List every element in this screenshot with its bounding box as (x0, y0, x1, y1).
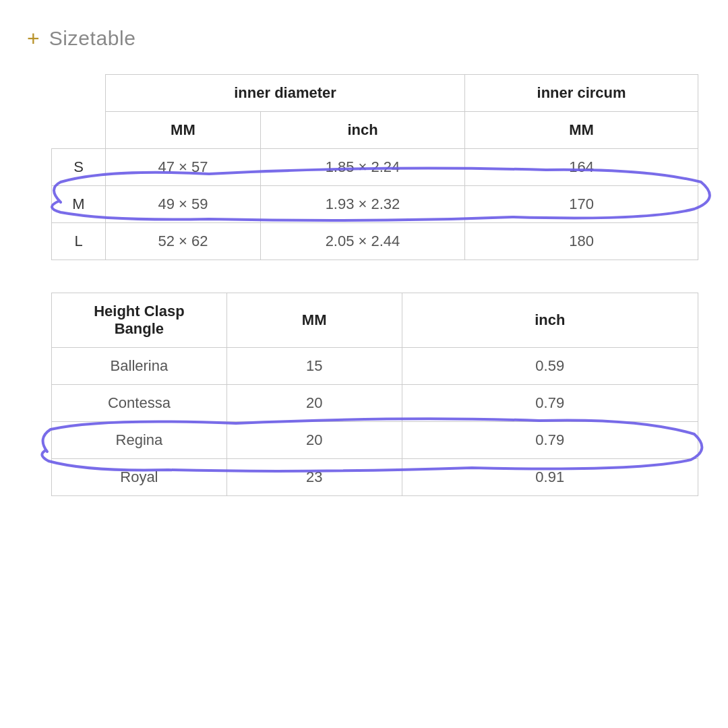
table1-header-row: inner diameter inner circum (52, 75, 698, 112)
table2-header-row: Height ClaspBangle MM inch (52, 293, 698, 348)
mm-header: MM (226, 293, 402, 348)
s-inch: 1.85 × 2.24 (260, 149, 464, 186)
col-mm-header: MM (106, 112, 261, 149)
l-circum: 180 (465, 223, 698, 260)
table1-subheader-row: MM inch MM (52, 112, 698, 149)
m-inch: 1.93 × 2.32 (260, 186, 464, 223)
table-row-m: M 49 × 59 1.93 × 2.32 170 (52, 186, 698, 223)
size-l: L (52, 223, 106, 260)
height-clasp-header: Height ClaspBangle (52, 293, 227, 348)
col-circum-mm-header: MM (465, 112, 698, 149)
table-row: Royal 23 0.91 (52, 459, 698, 496)
royal-label: Royal (52, 459, 227, 496)
s-mm: 47 × 57 (106, 149, 261, 186)
plus-icon: + (27, 28, 40, 49)
col-inch-header: inch (260, 112, 464, 149)
table-row: Ballerina 15 0.59 (52, 348, 698, 385)
ballerina-label: Ballerina (52, 348, 227, 385)
regina-mm: 20 (226, 422, 402, 459)
size-s: S (52, 149, 106, 186)
contessa-label: Contessa (52, 385, 227, 422)
page-header: + Sizetable (27, 27, 701, 50)
inner-circum-header: inner circum (465, 75, 698, 112)
m-mm: 49 × 59 (106, 186, 261, 223)
table-row: L 52 × 62 2.05 × 2.44 180 (52, 223, 698, 260)
size-table: inner diameter inner circum MM inch MM S… (51, 74, 698, 260)
l-mm: 52 × 62 (106, 223, 261, 260)
royal-mm: 23 (226, 459, 402, 496)
size-table-section: inner diameter inner circum MM inch MM S… (27, 74, 701, 260)
regina-inch: 0.79 (402, 422, 698, 459)
l-inch: 2.05 × 2.44 (260, 223, 464, 260)
ballerina-inch: 0.59 (402, 348, 698, 385)
ballerina-mm: 15 (226, 348, 402, 385)
table-row: Regina 20 0.79 (52, 422, 698, 459)
size-m: M (52, 186, 106, 223)
contessa-inch: 0.79 (402, 385, 698, 422)
s-circum: 164 (465, 149, 698, 186)
table-row: S 47 × 57 1.85 × 2.24 164 (52, 149, 698, 186)
table-row-contessa: Contessa 20 0.79 (52, 385, 698, 422)
clasp-table: Height ClaspBangle MM inch Ballerina 15 … (51, 293, 698, 496)
royal-inch: 0.91 (402, 459, 698, 496)
inch-header: inch (402, 293, 698, 348)
m-circum: 170 (465, 186, 698, 223)
inner-diameter-header: inner diameter (106, 75, 465, 112)
clasp-table-section: Height ClaspBangle MM inch Ballerina 15 … (27, 293, 701, 496)
regina-label: Regina (52, 422, 227, 459)
page-title: Sizetable (49, 27, 136, 50)
contessa-mm: 20 (226, 385, 402, 422)
